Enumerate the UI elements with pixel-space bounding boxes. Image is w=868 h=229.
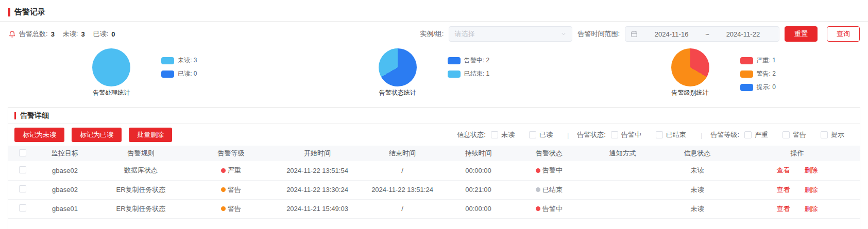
batch-delete-button[interactable]: 批量删除 bbox=[129, 128, 172, 142]
col-notify: 通知方式 bbox=[585, 146, 660, 161]
row-checkbox[interactable] bbox=[19, 204, 26, 212]
filter-option-ended[interactable]: 已结束 bbox=[656, 130, 686, 139]
checkbox[interactable] bbox=[611, 131, 618, 138]
filter-option-unread[interactable]: 未读 bbox=[491, 130, 515, 139]
col-info-status: 信息状态 bbox=[660, 146, 735, 161]
unread-label: 未读: bbox=[63, 29, 78, 39]
cell-level: 警告 bbox=[189, 180, 274, 199]
total-value: 3 bbox=[51, 30, 55, 38]
legend-swatch bbox=[740, 84, 753, 91]
col-end: 结束时间 bbox=[361, 146, 444, 161]
table-header-row: 监控目标 告警规则 告警等级 开始时间 结束时间 持续时间 告警状态 通知方式 … bbox=[8, 146, 860, 161]
legend-label: 严重: 1 bbox=[757, 56, 776, 65]
checkbox[interactable] bbox=[529, 131, 536, 138]
filter-group-label: 告警等级: bbox=[710, 130, 739, 139]
filter-option-label: 警告 bbox=[793, 130, 806, 139]
legend-label: 已结束: 1 bbox=[464, 69, 489, 78]
query-button[interactable]: 查询 bbox=[827, 26, 860, 42]
legend-label: 未读: 3 bbox=[178, 56, 197, 65]
charts-row: 告警处理统计 未读: 3 已读: 0 告警状态统计 告警中: 2 已 bbox=[0, 48, 868, 102]
cell-notify bbox=[585, 180, 660, 199]
date-start-input[interactable]: 2024-11-16 bbox=[641, 30, 702, 38]
filter-group-label: 信息状态: bbox=[457, 130, 486, 139]
status-dot bbox=[536, 187, 540, 192]
cell-target: gbase02 bbox=[37, 161, 93, 180]
view-link[interactable]: 查看 bbox=[777, 186, 790, 193]
cell-level: 严重 bbox=[189, 161, 274, 180]
legend: 严重: 1 警告: 2 提示: 0 bbox=[740, 48, 776, 102]
filter-option-read[interactable]: 已读 bbox=[529, 130, 553, 139]
col-status: 告警状态 bbox=[513, 146, 585, 161]
status-dot bbox=[536, 168, 540, 173]
alert-table: 监控目标 告警规则 告警等级 开始时间 结束时间 持续时间 告警状态 通知方式 … bbox=[8, 146, 860, 219]
checkbox[interactable] bbox=[782, 131, 790, 138]
view-link[interactable]: 查看 bbox=[777, 205, 790, 213]
level-dot bbox=[221, 187, 226, 192]
cell-info-status: 未读 bbox=[660, 180, 735, 199]
filter-option-hint[interactable]: 提示 bbox=[821, 130, 844, 139]
chart-alert-level: 告警级别统计 严重: 1 警告: 2 提示: 0 bbox=[578, 48, 868, 102]
panel-toolbar: 标记为未读 标记为已读 批量删除 信息状态: 未读 已读 | 告警状态: 告警中… bbox=[8, 124, 860, 146]
mark-read-button[interactable]: 标记为已读 bbox=[72, 128, 122, 142]
group-separator: | bbox=[701, 131, 702, 139]
date-end-input[interactable]: 2024-11-22 bbox=[712, 30, 774, 38]
legend-swatch bbox=[161, 71, 174, 78]
legend-item: 告警中: 2 bbox=[448, 56, 489, 65]
cell-start: 2024-11-21 15:49:03 bbox=[274, 199, 361, 218]
chevron-down-icon bbox=[560, 31, 567, 37]
cell-rule: ER复制任务状态 bbox=[93, 199, 189, 218]
status-text: 已结束 bbox=[542, 185, 563, 195]
pie-alert-level bbox=[671, 48, 709, 86]
filter-option-alerting[interactable]: 告警中 bbox=[611, 130, 641, 139]
delete-link[interactable]: 删除 bbox=[805, 166, 818, 174]
cell-actions: 查看删除 bbox=[735, 180, 860, 199]
panel-title: 告警详细 bbox=[20, 111, 49, 120]
pie-alert-processing bbox=[92, 48, 130, 86]
chart-alert-status: 告警状态统计 告警中: 2 已结束: 1 bbox=[290, 48, 579, 102]
view-link[interactable]: 查看 bbox=[777, 166, 790, 174]
checkbox[interactable] bbox=[744, 131, 752, 138]
filter-option-label: 已结束 bbox=[666, 130, 686, 139]
cell-notify bbox=[585, 161, 660, 180]
cell-target: gbase02 bbox=[37, 180, 93, 199]
row-checkbox[interactable] bbox=[19, 185, 26, 192]
status-text: 告警中 bbox=[542, 204, 563, 214]
date-range-picker[interactable]: 2024-11-16 ~ 2024-11-22 bbox=[625, 26, 779, 42]
select-all-checkbox[interactable] bbox=[19, 149, 26, 156]
total-label: 告警总数: bbox=[19, 29, 48, 39]
col-level: 告警等级 bbox=[189, 146, 274, 161]
read-value: 0 bbox=[111, 30, 115, 38]
status-text: 告警中 bbox=[542, 166, 563, 175]
delete-link[interactable]: 删除 bbox=[805, 205, 818, 213]
filter-option-label: 提示 bbox=[831, 130, 844, 139]
checkbox-filters: 信息状态: 未读 已读 | 告警状态: 告警中 已结束 | 告警等级: 严重 警… bbox=[457, 130, 854, 139]
legend-swatch bbox=[448, 71, 461, 78]
cell-rule: ER复制任务状态 bbox=[93, 180, 189, 199]
reset-button[interactable]: 重置 bbox=[785, 26, 818, 42]
legend-label: 告警中: 2 bbox=[464, 56, 489, 65]
panel-header: 告警详细 bbox=[8, 108, 860, 124]
legend-item: 严重: 1 bbox=[740, 56, 776, 65]
delete-link[interactable]: 删除 bbox=[805, 186, 818, 193]
table-row: gbase02 数据库状态 严重 2024-11-22 13:51:54 / 0… bbox=[8, 161, 860, 180]
checkbox[interactable] bbox=[656, 131, 663, 138]
filter-option-warning[interactable]: 警告 bbox=[782, 130, 806, 139]
col-target: 监控目标 bbox=[37, 146, 93, 161]
filter-option-critical[interactable]: 严重 bbox=[744, 130, 768, 139]
cell-end: / bbox=[361, 161, 444, 180]
legend-swatch bbox=[161, 57, 174, 64]
instance-label: 实例/组: bbox=[420, 29, 444, 39]
legend-item: 已读: 0 bbox=[161, 69, 197, 78]
cell-actions: 查看删除 bbox=[735, 199, 860, 218]
bell-icon bbox=[8, 30, 16, 38]
instance-select[interactable]: 请选择 bbox=[449, 26, 572, 42]
stats-filter-row: 告警总数: 3 未读: 3 已读: 0 实例/组: 请选择 告警时间范围: 20… bbox=[0, 24, 868, 44]
mark-unread-button[interactable]: 标记为未读 bbox=[14, 128, 64, 142]
checkbox[interactable] bbox=[821, 131, 828, 138]
chart-alert-processing: 告警处理统计 未读: 3 已读: 0 bbox=[0, 48, 290, 102]
cell-notify bbox=[585, 199, 660, 218]
alert-stats: 告警总数: 3 未读: 3 已读: 0 bbox=[8, 29, 121, 39]
row-checkbox[interactable] bbox=[19, 166, 26, 173]
checkbox[interactable] bbox=[491, 131, 498, 138]
alert-detail-panel: 告警详细 标记为未读 标记为已读 批量删除 信息状态: 未读 已读 | 告警状态… bbox=[8, 107, 860, 229]
